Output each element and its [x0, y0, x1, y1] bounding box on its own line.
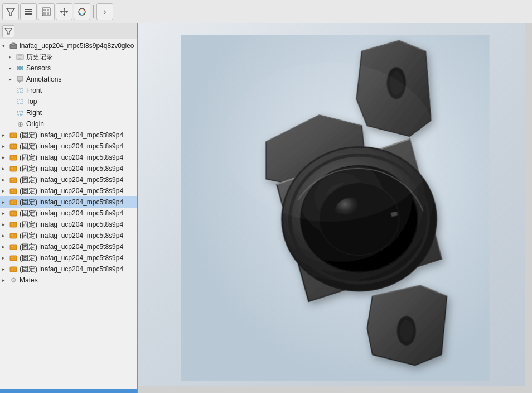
sensors-icon	[16, 64, 25, 73]
root-icon	[9, 41, 18, 50]
tree-part-4[interactable]: ▸ (固定) inafag_ucp204_mpc5t8s9p4	[0, 163, 137, 174]
part10-arrow: ▸	[2, 233, 9, 238]
svg-marker-13	[60, 11, 62, 13]
tree-part-13[interactable]: ▸ (固定) inafag_ucp204_mpc5t8s9p4	[0, 263, 137, 275]
tree-part-6[interactable]: ▸ (固定) inafag_ucp204_mpc5t8s9p4	[0, 185, 137, 196]
part-svg-icon	[9, 131, 17, 139]
tree-root-item[interactable]: ▾ inafag_ucp204_mpc5t8s9p4q8zv0gleo	[0, 40, 137, 51]
tree-front-item[interactable]: Front	[0, 85, 137, 96]
part2-label: (固定) inafag_ucp204_mpc5t8s9p4	[20, 142, 123, 151]
right-plane-svg-icon	[16, 109, 24, 117]
svg-rect-56	[11, 257, 13, 258]
tree-part-8[interactable]: ▸ (固定) inafag_ucp204_mpc5t8s9p4	[0, 208, 137, 219]
part1-arrow: ▸	[2, 132, 9, 138]
svg-rect-3	[25, 13, 32, 15]
toolbar-sep	[93, 5, 94, 18]
mates-label: Mates	[20, 276, 38, 284]
svg-rect-25	[17, 76, 23, 81]
tree-origin-item[interactable]: ⊕ Origin	[0, 118, 137, 130]
panel-filter-icon	[4, 27, 12, 35]
model-container	[138, 23, 532, 393]
list-toolbar-btn[interactable]	[20, 3, 37, 20]
svg-rect-5	[43, 9, 46, 11]
svg-rect-6	[47, 9, 49, 11]
annotations-svg-icon	[16, 75, 24, 83]
filter-icon	[6, 7, 15, 16]
svg-rect-50	[11, 223, 13, 225]
svg-rect-38	[11, 156, 13, 158]
panel-toolbar	[0, 23, 137, 39]
tree-part-9[interactable]: ▸ (固定) inafag_ucp204_mpc5t8s9p4	[0, 219, 137, 230]
part10-icon	[9, 231, 18, 240]
part3-label: (固定) inafag_ucp204_mpc5t8s9p4	[20, 153, 123, 162]
svg-rect-36	[11, 145, 13, 147]
history-svg-icon	[16, 53, 24, 61]
svg-rect-52	[11, 234, 13, 236]
part8-arrow: ▸	[2, 210, 9, 216]
svg-marker-12	[63, 14, 65, 16]
tree-right-item[interactable]: Right	[0, 107, 137, 118]
part4-label: (固定) inafag_ucp204_mpc5t8s9p4	[20, 164, 123, 174]
tree-mates-item[interactable]: ▸ ⚙ Mates	[0, 275, 137, 286]
history-icon	[16, 52, 25, 61]
top-plane-icon	[16, 97, 25, 106]
svg-marker-14	[66, 11, 68, 13]
part13-label: (固定) inafag_ucp204_mpc5t8s9p4	[20, 265, 123, 274]
filter-toolbar-btn[interactable]	[2, 3, 19, 20]
color-icon	[78, 7, 86, 16]
part13-icon	[9, 265, 18, 274]
panel-bottom-bar	[0, 389, 137, 393]
color-toolbar-btn[interactable]	[74, 3, 90, 20]
history-label: 历史记录	[26, 52, 53, 62]
tree-part-10[interactable]: ▸ (固定) inafag_ucp204_mpc5t8s9p4	[0, 230, 137, 241]
viewport-scrollbar-vertical[interactable]	[525, 23, 532, 386]
part7-arrow: ▸	[2, 199, 9, 205]
svg-rect-48	[11, 212, 13, 214]
more-toolbar-btn[interactable]: ›	[96, 3, 113, 20]
tree-part-5[interactable]: ▸ (固定) inafag_ucp204_mpc5t8s9p4	[0, 174, 137, 185]
tree-part-12[interactable]: ▸ (固定) inafag_ucp204_mpc5t8s9p4	[0, 252, 137, 263]
svg-rect-8	[47, 12, 49, 15]
panel-filter-btn[interactable]	[2, 25, 14, 37]
tree-part-3[interactable]: ▸ (固定) inafag_ucp204_mpc5t8s9p4	[0, 152, 137, 163]
part8-icon	[9, 209, 18, 218]
tree-part-2[interactable]: ▸ (固定) inafag_ucp204_mpc5t8s9p4	[0, 141, 137, 152]
mates-expand-arrow: ▸	[2, 277, 9, 283]
tree-annotations-item[interactable]: ▸ Annotations	[0, 74, 137, 85]
svg-rect-44	[11, 190, 13, 191]
svg-marker-11	[63, 8, 65, 9]
svg-marker-17	[5, 28, 12, 34]
svg-point-16	[79, 8, 85, 15]
tree-toolbar-btn[interactable]	[38, 3, 55, 20]
3d-viewport[interactable]	[138, 23, 532, 393]
part7-icon	[9, 198, 18, 207]
origin-icon: ⊕	[16, 119, 25, 128]
part1-icon	[9, 131, 18, 140]
svg-marker-26	[18, 81, 21, 83]
feature-tree[interactable]: ▾ inafag_ucp204_mpc5t8s9p4q8zv0gleo ▸	[0, 39, 137, 389]
assembly-icon	[9, 42, 17, 50]
part3-icon	[9, 153, 18, 162]
annotations-icon	[16, 75, 25, 84]
part4-arrow: ▸	[2, 166, 9, 171]
part4-icon	[9, 164, 18, 173]
part9-label: (固定) inafag_ucp204_mpc5t8s9p4	[20, 220, 123, 229]
tree-top-item[interactable]: Top	[0, 96, 137, 107]
tree-part-7[interactable]: ▸ (固定) inafag_ucp204_mpc5t8s9p4	[0, 196, 137, 208]
viewport-scrollbar-horizontal[interactable]	[138, 386, 532, 393]
svg-rect-40	[11, 167, 13, 169]
tree-part-1[interactable]: ▸ (固定) inafag_ucp204_mpc5t8s9p4	[0, 130, 137, 141]
part5-label: (固定) inafag_ucp204_mpc5t8s9p4	[20, 175, 123, 185]
tree-history-item[interactable]: ▸ 历史记录	[0, 51, 137, 63]
sensors-svg-icon	[16, 64, 24, 72]
svg-marker-0	[7, 8, 14, 15]
part1-label: (固定) inafag_ucp204_mpc5t8s9p4	[20, 131, 123, 140]
move-toolbar-btn[interactable]	[56, 3, 72, 20]
svg-rect-34	[11, 134, 13, 136]
tree-part-11[interactable]: ▸ (固定) inafag_ucp204_mpc5t8s9p4	[0, 241, 137, 252]
svg-rect-54	[11, 246, 13, 247]
part11-label: (固定) inafag_ucp204_mpc5t8s9p4	[20, 242, 123, 252]
tree-sensors-item[interactable]: ▸ Sensors	[0, 63, 137, 74]
front-label: Front	[26, 87, 42, 94]
part9-icon	[9, 220, 18, 229]
